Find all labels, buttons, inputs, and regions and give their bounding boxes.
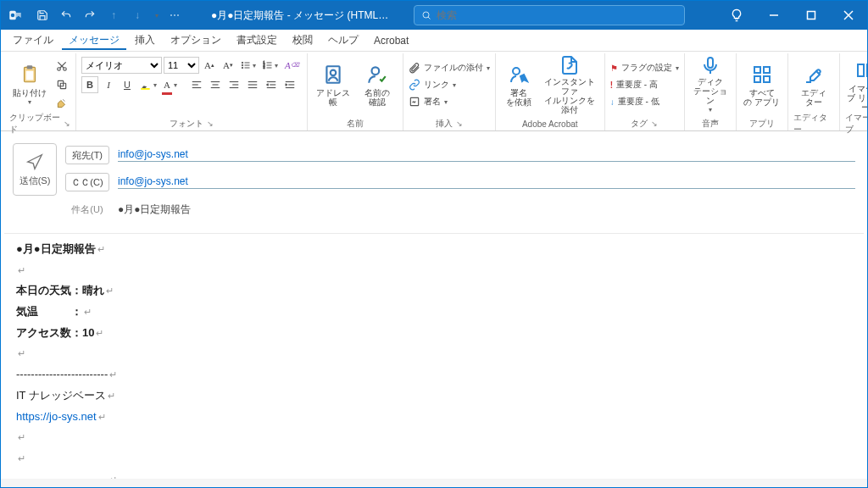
- mail-body-container: ●月●日定期報告 本日の天気：晴れ 気温 ： アクセス数：10 --------…: [1, 233, 867, 479]
- clear-formatting-icon[interactable]: A⌫: [282, 57, 302, 74]
- flag-button[interactable]: ⚑フラグの設定▾: [610, 60, 679, 75]
- next-icon[interactable]: ↓: [126, 4, 148, 26]
- bullets-icon[interactable]: [238, 57, 259, 74]
- dialog-launcher-icon[interactable]: ↘: [64, 119, 70, 128]
- align-left-icon[interactable]: [188, 76, 205, 93]
- format-painter-icon[interactable]: [53, 95, 70, 112]
- body-weather: 本日の天気：晴れ: [16, 284, 104, 297]
- svg-rect-8: [26, 71, 34, 80]
- copy-icon[interactable]: [53, 76, 70, 93]
- maximize-button[interactable]: [793, 1, 830, 30]
- immersive-reader-button[interactable]: イマーシ ブ リーダー: [845, 57, 868, 113]
- paste-button[interactable]: 貼り付け ▾: [9, 57, 50, 113]
- to-button[interactable]: 宛先(T): [65, 146, 109, 164]
- justify-icon[interactable]: [244, 76, 261, 93]
- dictation-label: ディク テーション: [690, 77, 731, 105]
- link-button[interactable]: リンク▾: [409, 77, 490, 92]
- tag-group-label: タグ: [631, 118, 648, 130]
- close-button[interactable]: [830, 1, 867, 30]
- ribbon-group-acrobat: 署名 を依頼 インスタントファ イルリンクを添付 Adobe Acrobat: [496, 53, 605, 130]
- immersive-reader-label: イマーシ ブ リーダー: [845, 84, 868, 112]
- dialog-launcher-icon[interactable]: ↘: [456, 119, 463, 128]
- clipboard-icon: [18, 63, 42, 86]
- svg-point-15: [242, 64, 243, 66]
- indent-right-icon[interactable]: [281, 76, 298, 93]
- cut-icon[interactable]: [53, 58, 70, 75]
- signature-button[interactable]: 署名▾: [409, 94, 490, 109]
- subject-field[interactable]: ●月●日定期報告: [118, 202, 855, 217]
- cc-button[interactable]: ＣＣ(C): [65, 173, 109, 191]
- menu-acrobat[interactable]: Acrobat: [367, 32, 415, 49]
- svg-rect-3: [808, 12, 815, 19]
- menu-options[interactable]: オプション: [164, 30, 228, 50]
- menu-format[interactable]: 書式設定: [230, 30, 284, 50]
- help-icon[interactable]: [718, 1, 755, 30]
- ribbon-group-clipboard: 貼り付け ▾ クリップボード ↘: [4, 53, 76, 130]
- importance-low-button[interactable]: ↓重要度 - 低: [610, 94, 679, 109]
- send-button[interactable]: 送信(S): [13, 143, 57, 196]
- request-signature-button[interactable]: 署名 を依頼: [501, 57, 537, 113]
- flag-icon: ⚑: [610, 64, 618, 73]
- address-book-button[interactable]: アドレス帳: [313, 57, 353, 113]
- ribbon-group-tag: ⚑フラグの設定▾ !重要度 - 高 ↓重要度 - 低 タグ ↘: [605, 53, 685, 130]
- shrink-font-icon[interactable]: A▾: [220, 57, 236, 74]
- menu-insert[interactable]: 挿入: [128, 30, 162, 50]
- menu-file[interactable]: ファイル: [6, 30, 60, 50]
- minimize-button[interactable]: [755, 1, 793, 30]
- prev-icon[interactable]: ↑: [103, 4, 125, 26]
- menu-help[interactable]: ヘルプ: [321, 30, 365, 50]
- svg-rect-50: [754, 67, 760, 73]
- italic-button[interactable]: I: [100, 76, 117, 93]
- undo-icon[interactable]: [55, 4, 77, 26]
- svg-point-9: [58, 68, 61, 71]
- ribbon-group-insert: ファイルの添付▾ リンク▾ 署名▾ 挿入 ↘: [403, 53, 496, 130]
- redo-icon[interactable]: [79, 4, 101, 26]
- indent-left-icon[interactable]: [263, 76, 280, 93]
- svg-point-17: [242, 67, 243, 69]
- align-center-icon[interactable]: [207, 76, 224, 93]
- font-family-select[interactable]: メイリオ: [81, 57, 162, 74]
- grow-font-icon[interactable]: A▴: [201, 57, 218, 74]
- search-box[interactable]: [414, 5, 685, 25]
- dialog-launcher-icon[interactable]: ↘: [207, 119, 214, 128]
- editor-button[interactable]: エディ ター: [793, 57, 834, 113]
- body-kb-link[interactable]: https://jo-sys.net: [16, 410, 97, 423]
- align-right-icon[interactable]: [225, 76, 242, 93]
- underline-button[interactable]: U: [119, 76, 136, 93]
- voice-group-label: 音声: [702, 117, 719, 130]
- dialog-launcher-icon[interactable]: ↘: [651, 119, 658, 128]
- instant-link-button[interactable]: インスタントファ イルリンクを添付: [540, 57, 599, 113]
- svg-point-13: [242, 62, 243, 64]
- font-size-select[interactable]: 11: [164, 57, 199, 74]
- svg-rect-25: [141, 88, 150, 90]
- ribbon-group-voice: ディク テーション ▾ 音声: [685, 53, 737, 130]
- microphone-icon: [698, 55, 722, 75]
- qat-overflow-icon[interactable]: ⋯: [164, 4, 186, 26]
- svg-point-10: [64, 68, 67, 71]
- svg-rect-52: [754, 76, 760, 82]
- attach-file-button[interactable]: ファイルの添付▾: [409, 60, 490, 75]
- font-color-icon[interactable]: A: [161, 76, 180, 93]
- qat-more-icon[interactable]: [150, 4, 162, 26]
- to-field[interactable]: info@jo-sys.net: [118, 148, 855, 162]
- book-audio-icon: [854, 58, 868, 82]
- mail-body[interactable]: ●月●日定期報告 本日の天気：晴れ 気温 ： アクセス数：10 --------…: [4, 233, 864, 479]
- send-label: 送信(S): [19, 175, 51, 187]
- importance-high-button[interactable]: !重要度 - 高: [610, 77, 679, 92]
- highlight-icon[interactable]: [137, 76, 159, 93]
- dictation-button[interactable]: ディク テーション ▾: [690, 57, 731, 113]
- check-names-button[interactable]: 名前の 確認: [357, 57, 398, 113]
- send-icon: [25, 152, 44, 171]
- numbering-icon[interactable]: 123: [260, 57, 281, 74]
- ribbon-group-font: メイリオ 11 A▴ A▾ 123 A⌫ B I U A: [76, 53, 308, 130]
- cc-field[interactable]: info@jo-sys.net: [118, 175, 855, 189]
- menu-message[interactable]: メッセージ: [62, 30, 126, 50]
- search-input[interactable]: [437, 9, 677, 21]
- svg-point-48: [513, 68, 520, 75]
- names-group-label: 名前: [347, 117, 364, 130]
- menu-review[interactable]: 校閲: [286, 30, 320, 50]
- bold-button[interactable]: B: [81, 76, 98, 93]
- all-apps-button[interactable]: すべて の アプリ: [742, 57, 782, 113]
- svg-rect-51: [764, 67, 770, 73]
- save-icon[interactable]: [31, 4, 53, 26]
